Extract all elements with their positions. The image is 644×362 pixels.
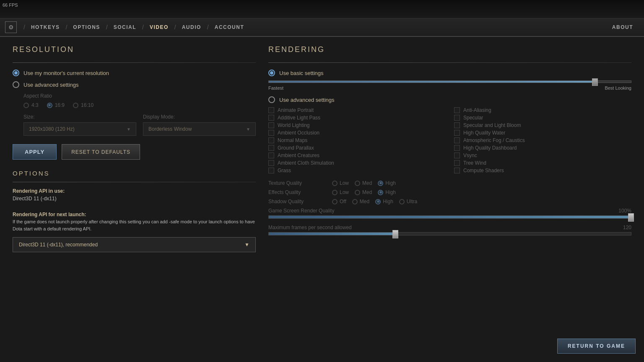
return-to-game-button[interactable]: RETURN TO GAME	[557, 339, 636, 354]
nav-hotkeys[interactable]: HOTKEYS	[25, 24, 66, 30]
render-quality-thumb[interactable]	[628, 213, 634, 222]
basic-settings-radio[interactable]	[268, 70, 275, 76]
checkbox-tree-wind[interactable]	[454, 160, 460, 166]
shadow-med-radio[interactable]	[352, 199, 358, 204]
effects-med-radio[interactable]	[355, 190, 360, 195]
nav-audio[interactable]: AUDIO	[176, 24, 207, 30]
resolution-title: RESOLUTION	[13, 45, 256, 54]
effects-med[interactable]: Med	[355, 189, 372, 195]
aspect-16-9-label: 16:9	[55, 102, 65, 108]
rendering-advanced-radio[interactable]	[268, 96, 275, 103]
checkbox-world-lighting[interactable]	[268, 122, 274, 128]
rendering-slider-thumb[interactable]	[592, 78, 598, 86]
shadow-ultra-radio[interactable]	[399, 199, 405, 204]
texture-high-radio[interactable]	[378, 181, 383, 186]
reset-button[interactable]: RESET TO DEFAULTS	[62, 144, 140, 160]
checkbox-high-quality-water[interactable]	[454, 130, 460, 136]
shadow-off[interactable]: Off	[332, 199, 346, 204]
advanced-settings-radio[interactable]	[13, 81, 19, 88]
texture-med-radio[interactable]	[355, 181, 360, 186]
render-quality-label-row: Game Screen Render Quality 100%	[268, 208, 631, 214]
effects-high-label: High	[385, 189, 396, 195]
nav-about[interactable]: ABOUT	[606, 24, 639, 30]
api-in-use-label: Rendering API in use:	[13, 188, 256, 194]
display-mode-field: Display Mode: Borderless Window ▼	[143, 114, 256, 136]
display-mode-arrow: ▼	[246, 127, 250, 132]
check-ground-parallax: Ground Parallax	[268, 145, 446, 151]
max-fps-value: 120	[623, 225, 631, 230]
shadow-ultra[interactable]: Ultra	[399, 199, 417, 204]
checkbox-ambient-cloth[interactable]	[268, 160, 274, 166]
right-panel: RENDERING Use basic settings Fastest Bes…	[268, 45, 631, 354]
checkbox-compute-shaders[interactable]	[454, 168, 460, 173]
aspect-options: 4:3 16:9 16:10	[23, 102, 256, 108]
display-mode-dropdown[interactable]: Borderless Window ▼	[143, 122, 256, 136]
effects-high[interactable]: High	[378, 189, 396, 195]
shadow-quality-row: Shadow Quality Off Med High Ultra	[268, 199, 631, 204]
checkbox-atmospheric-fog[interactable]	[454, 137, 460, 143]
aspect-ratio-label: Aspect Ratio	[23, 93, 256, 99]
max-fps-thumb[interactable]	[392, 230, 398, 238]
rendering-slider-track[interactable]	[268, 80, 631, 83]
label-compute-shaders: Compute Shaders	[463, 168, 504, 173]
apply-button[interactable]: APPLY	[13, 144, 57, 160]
monitor-resolution-option[interactable]: Use my monitor's current resolution	[13, 70, 256, 76]
checkbox-ground-parallax[interactable]	[268, 145, 274, 151]
monitor-resolution-label: Use my monitor's current resolution	[23, 70, 109, 76]
nav-social[interactable]: SOCIAL	[108, 24, 142, 30]
checkbox-specular-light-bloom[interactable]	[454, 122, 460, 128]
settings-gear-icon[interactable]: ⚙	[5, 21, 17, 33]
size-value: 1920x1080 (120 Hz)	[29, 126, 75, 132]
checkbox-additive-light-pass[interactable]	[268, 115, 274, 121]
checkbox-anti-aliasing[interactable]	[454, 107, 460, 113]
monitor-resolution-radio[interactable]	[13, 70, 19, 76]
shadow-off-label: Off	[340, 199, 346, 204]
checkbox-grass[interactable]	[268, 168, 274, 173]
nav-options[interactable]: OPTIONS	[67, 24, 106, 30]
shadow-high[interactable]: High	[375, 199, 393, 204]
rendering-advanced-option[interactable]: Use advanced settings	[268, 96, 631, 103]
api-dropdown-arrow: ▼	[244, 242, 249, 248]
shadow-quality-label: Shadow Quality	[268, 199, 327, 204]
effects-low[interactable]: Low	[332, 189, 349, 195]
basic-settings-option[interactable]: Use basic settings	[268, 70, 631, 76]
texture-low[interactable]: Low	[332, 180, 349, 186]
rendering-slider-fill	[269, 81, 595, 83]
texture-low-radio[interactable]	[332, 181, 338, 186]
advanced-settings-option[interactable]: Use advanced settings	[13, 81, 256, 88]
max-fps-slider[interactable]	[268, 232, 631, 235]
nav-video[interactable]: VIDEO	[144, 24, 174, 30]
checkbox-vsync[interactable]	[454, 153, 460, 158]
shadow-high-radio[interactable]	[375, 199, 381, 204]
texture-med[interactable]: Med	[355, 180, 372, 186]
checkbox-ambient-occlusion[interactable]	[268, 130, 274, 136]
effects-low-radio[interactable]	[332, 190, 338, 195]
options-title: OPTIONS	[13, 170, 256, 177]
nav-account[interactable]: ACCOUNT	[209, 24, 250, 30]
checkbox-ambient-creatures[interactable]	[268, 153, 274, 158]
display-mode-value: Borderless Window	[148, 126, 192, 132]
effects-high-radio[interactable]	[378, 190, 383, 195]
checkbox-normal-maps[interactable]	[268, 137, 274, 143]
checkbox-high-quality-dashboard[interactable]	[454, 145, 460, 151]
check-grass: Grass	[268, 168, 446, 173]
api-dropdown-value: Direct3D 11 (-dx11), recommended	[19, 242, 98, 248]
texture-high[interactable]: High	[378, 180, 396, 186]
api-dropdown[interactable]: Direct3D 11 (-dx11), recommended ▼	[13, 237, 256, 252]
api-in-use-value: Direct3D 11 (-dx11)	[13, 195, 256, 203]
size-dropdown[interactable]: 1920x1080 (120 Hz) ▼	[23, 122, 136, 136]
shadow-med[interactable]: Med	[352, 199, 369, 204]
fps-counter: 66 FPS	[3, 3, 18, 8]
rendering-slider-labels: Fastest Best Looking	[268, 85, 631, 90]
check-specular-light-bloom: Specular and Light Bloom	[454, 122, 631, 128]
label-vsync: Vsync	[463, 153, 477, 158]
check-high-quality-water: High Quality Water	[454, 130, 631, 136]
checkbox-specular[interactable]	[454, 115, 460, 121]
main-content: RESOLUTION Use my monitor's current reso…	[0, 37, 644, 362]
render-quality-slider[interactable]	[268, 215, 631, 219]
rendering-quality-slider[interactable]: Fastest Best Looking	[268, 80, 631, 90]
checkbox-animate-portrait[interactable]	[268, 107, 274, 113]
check-additive-light-pass: Additive Light Pass	[268, 115, 446, 121]
shadow-off-radio[interactable]	[332, 199, 338, 204]
shadow-med-label: Med	[360, 199, 369, 204]
